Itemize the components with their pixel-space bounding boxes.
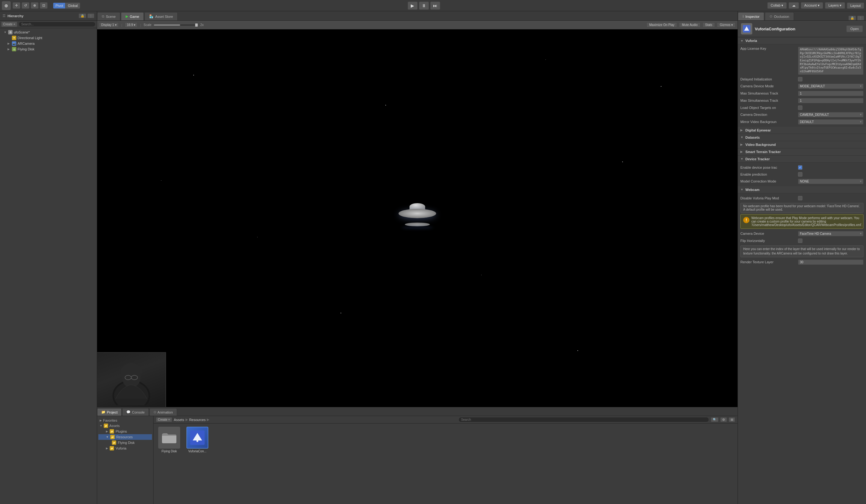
move-tool-btn[interactable]: ✛ [12, 2, 20, 9]
max-track-1-row: Max Simultaneous Track [738, 90, 866, 97]
inspector-tab-actions: 🔒 ⋮ [848, 16, 866, 20]
smart-terrain-header[interactable]: ▶ Smart Terrain Tracker [738, 148, 866, 156]
project-tab[interactable]: 📁 Project [97, 408, 122, 416]
datasets-header[interactable]: ▼ Datasets [738, 134, 866, 141]
display-dropdown[interactable]: Display 1 ▾ [99, 22, 119, 27]
mute-btn[interactable]: Mute Audio [679, 22, 700, 27]
pause-btn[interactable]: ⏸ [419, 2, 429, 10]
flying-disk-item[interactable]: ▶ ◎ Flying Disk [0, 46, 97, 52]
wc-title: Webcam [745, 188, 759, 192]
hierarchy-content: ▼ ⚙ ufoScene* ☀ Directional Light ▶ 📷 AR… [0, 28, 97, 504]
assets-folder-header[interactable]: ▼ 📁 Assets [98, 423, 152, 428]
step-btn[interactable]: ⏭ [430, 2, 440, 10]
cloud-btn[interactable]: ☁ [789, 2, 799, 9]
resources-item[interactable]: ▼ 📁 Resources [98, 434, 152, 440]
star-1 [193, 75, 194, 76]
project-tab-icon: 📁 [101, 410, 106, 414]
enable-pose-checkbox[interactable] [798, 165, 802, 170]
camera-device-mode-select[interactable]: MODE_DEFAULT ▾ [798, 83, 864, 89]
scale-label: Scale [144, 23, 151, 27]
scale-tool-btn[interactable]: ⊕ [31, 2, 38, 9]
webcam-section-header[interactable]: ▼ Webcam [738, 186, 866, 193]
hierarchy-menu[interactable]: ⋮ [87, 13, 94, 18]
model-correction-select[interactable]: NONE ▾ [798, 179, 864, 184]
digital-eyewear-header[interactable]: ▶ Digital Eyewear [738, 127, 866, 134]
rect-tool-btn[interactable]: ⊡ [40, 2, 48, 9]
disable-vuforia-row: Disable Vuforia Play Mod [738, 195, 866, 202]
hierarchy-search[interactable] [19, 22, 96, 27]
vuforia-section-header[interactable]: ▼ Vuforia [738, 37, 866, 44]
stats-btn[interactable]: Stats [702, 22, 715, 27]
vb-arrow: ▶ [740, 143, 744, 146]
scale-slider[interactable] [154, 24, 198, 26]
fd-folder-label: Flying Disk [118, 441, 135, 445]
max-track-2-input[interactable] [798, 98, 864, 103]
video-bg-header[interactable]: ▶ Video Background [738, 141, 866, 148]
scene-root[interactable]: ▼ ⚙ ufoScene* [0, 30, 97, 35]
vuforia-section-body: App License Key ARkWOzn////AAAAASa84oj53… [738, 44, 866, 127]
console-tab[interactable]: 💬 Console [122, 408, 148, 416]
create-btn[interactable]: Create + [1, 22, 17, 27]
layout-btn[interactable]: Layout [847, 2, 864, 9]
inspector-tab-label: Inspector [745, 15, 759, 19]
plugins-arrow: ▶ [106, 430, 108, 433]
favorites-header[interactable]: ▶ Favorites [98, 418, 152, 423]
scene-tab[interactable]: ⧉ Scene [97, 12, 120, 20]
account-btn[interactable]: Account ▾ [801, 2, 823, 9]
cam-device-select[interactable]: FaceTime HD Camera ▾ [798, 231, 864, 236]
camera-device-mode-label: Camera Device Mode [740, 84, 797, 88]
star-6 [661, 86, 662, 87]
game-toolbar: Display 1 ▾ | 16:9 ▾ | Scale 2x Maximize… [97, 21, 737, 30]
inspector-lock[interactable]: 🔒 [848, 16, 856, 20]
mirror-video-label: Mirror Video Backgroun [740, 120, 797, 124]
aspect-dropdown[interactable]: 16:9 ▾ [125, 22, 137, 27]
inspector-menu[interactable]: ⋮ [857, 16, 864, 20]
collab-btn[interactable]: Collab ▾ [767, 2, 787, 9]
delayed-init-checkbox[interactable] [798, 77, 802, 81]
gizmos-btn[interactable]: Gizmos ▾ [717, 22, 736, 27]
search-btn[interactable]: 🔍 [711, 417, 719, 422]
star-2 [385, 105, 386, 105]
disable-vuforia-checkbox[interactable] [798, 196, 802, 201]
load-object-targets-checkbox[interactable] [798, 105, 802, 110]
open-btn[interactable]: Open [846, 25, 863, 32]
game-view [97, 30, 737, 407]
pivot-btn[interactable]: Pivot [53, 3, 66, 9]
ds-title: Datasets [745, 136, 760, 139]
directional-light-item[interactable]: ☀ Directional Light [0, 35, 97, 41]
game-tab[interactable]: ▶ Game [121, 12, 144, 20]
max-track-1-input[interactable] [798, 91, 864, 96]
assets-search[interactable] [458, 417, 709, 422]
asset-store-tab[interactable]: 🏪 Asset Store [144, 12, 178, 20]
create-assets-btn[interactable]: Create + [156, 417, 172, 422]
layers-btn[interactable]: Layers ▾ [825, 2, 845, 9]
camera-direction-value: CAMERA_DEFAULT [800, 113, 829, 116]
global-btn[interactable]: Global [66, 3, 80, 9]
device-tracker-header[interactable]: ▼ Device Tracker [738, 156, 866, 163]
flip-h-checkbox[interactable] [798, 239, 802, 243]
render-texture-input[interactable] [798, 260, 864, 265]
enable-prediction-checkbox[interactable] [798, 172, 802, 176]
flying-disk-asset[interactable]: Flying Disk [157, 427, 182, 453]
vuforia-item[interactable]: ▶ 📁 Vuforia [98, 445, 152, 451]
inspector-panel: ℹ Inspector ⊙ Occlusion 🔒 ⋮ VuforiaConfi… [737, 11, 866, 504]
animation-tab[interactable]: ⊙ Animation [149, 408, 177, 416]
mirror-video-select[interactable]: DEFAULT ▾ [798, 119, 864, 125]
camera-direction-select[interactable]: CAMERA_DEFAULT ▾ [798, 112, 864, 117]
rotate-tool-btn[interactable]: ↺ [22, 2, 30, 9]
occlusion-tab[interactable]: ⊙ Occlusion [765, 12, 793, 20]
filter-btn[interactable]: ⚙ [720, 417, 727, 422]
view-btn[interactable]: ⊞ [729, 417, 735, 422]
flying-disk-folder[interactable]: 📁 Flying Disk [98, 440, 152, 445]
inspector-tab[interactable]: ℹ Inspector [738, 12, 764, 20]
maximize-btn[interactable]: Maximize On Play [646, 22, 677, 27]
play-btn[interactable]: ▶ [408, 2, 418, 10]
breadcrumb-sep2: ▶ [207, 417, 209, 422]
license-key-value[interactable]: ARkWOzn////AAAAASa84oj5309qtObVE4xTgPgr3… [798, 47, 864, 75]
mirror-video-arrow: ▾ [860, 120, 862, 123]
hierarchy-lock[interactable]: 🔒 [79, 13, 86, 18]
arcamera-item[interactable]: ▶ 📷 ARCamera [0, 41, 97, 46]
vuforia-config-asset[interactable]: VuforiaCon... [185, 427, 210, 453]
assets-folder-icon: 📁 [104, 424, 108, 428]
plugins-item[interactable]: ▶ 📁 Plugins [98, 428, 152, 434]
